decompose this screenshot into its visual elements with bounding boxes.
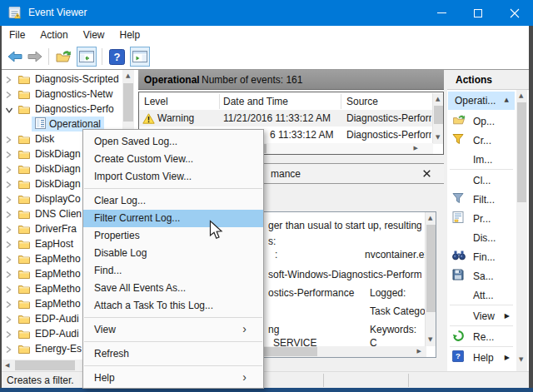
scroll-up-icon[interactable]: ▲: [436, 97, 440, 102]
action-item-dis[interactable]: Dis...: [448, 228, 515, 247]
chevron-collapsed-icon[interactable]: [5, 75, 12, 87]
chevron-collapsed-icon[interactable]: [5, 180, 12, 191]
collapse-section-icon[interactable]: ▲: [505, 97, 509, 103]
action-item-im[interactable]: Im...: [448, 150, 515, 169]
chevron-expanded-icon[interactable]: [5, 105, 13, 117]
column-header-date-and-time[interactable]: Date and Time: [223, 96, 288, 107]
event-source: Diagnostics-Perform: [346, 129, 431, 141]
chevron-collapsed-icon[interactable]: [5, 270, 12, 281]
chevron-collapsed-icon[interactable]: [5, 285, 12, 296]
scroll-thumb[interactable]: [15, 360, 75, 370]
tree-item-diagnostics-netw[interactable]: Diagnostics-Netw: [2, 87, 122, 102]
action-item-help[interactable]: ?Help▶: [448, 348, 515, 367]
event-list-vertical-scrollbar[interactable]: ▲ ▼: [432, 93, 443, 144]
scroll-left-icon[interactable]: ◀: [5, 363, 9, 369]
folder-icon: [18, 149, 30, 161]
action-item-re[interactable]: Re...: [448, 327, 515, 346]
chevron-collapsed-icon[interactable]: [5, 90, 12, 102]
menubar-item-file[interactable]: File: [2, 26, 32, 43]
tree-item-label: Diagnostics-Netw: [35, 88, 112, 100]
preview-vertical-scrollbar[interactable]: ▲ ▼: [425, 212, 436, 346]
submenu-arrow-icon: ›: [242, 322, 247, 335]
tree-item-diagnostics-perfo[interactable]: Diagnostics-Perfo: [2, 102, 122, 117]
chevron-collapsed-icon[interactable]: [5, 225, 12, 236]
menubar-item-action[interactable]: Action: [32, 26, 75, 43]
chevron-collapsed-icon[interactable]: [5, 315, 12, 326]
menu-item-view[interactable]: View›: [83, 321, 263, 339]
chevron-collapsed-icon[interactable]: [5, 150, 12, 161]
chevron-collapsed-icon[interactable]: [5, 135, 12, 146]
menu-item-help[interactable]: Help›: [83, 370, 263, 387]
menu-item-create-custom-view[interactable]: Create Custom View...: [83, 151, 263, 168]
minimize-button[interactable]: [423, 0, 460, 26]
menu-item-attach-a-task-to-this-log[interactable]: Attach a Task To this Log...: [83, 297, 263, 315]
menubar-item-view[interactable]: View: [76, 26, 112, 43]
chevron-collapsed-icon[interactable]: [5, 300, 12, 311]
scroll-down-icon[interactable]: ▼: [519, 357, 523, 363]
column-header-source[interactable]: Source: [346, 96, 378, 107]
chevron-collapsed-icon[interactable]: [5, 345, 12, 356]
menu-item-save-all-events-as[interactable]: Save All Events As...: [83, 280, 263, 297]
action-item-sa[interactable]: Sa...: [448, 266, 515, 285]
maximize-icon: [474, 9, 482, 17]
action-item-view[interactable]: View▶: [448, 306, 515, 325]
open-saved-log-button[interactable]: [53, 47, 73, 67]
scroll-thumb[interactable]: [434, 106, 443, 124]
scroll-thumb[interactable]: [123, 83, 133, 122]
menu-item-disable-log[interactable]: Disable Log: [83, 245, 263, 262]
action-item-label: Re...: [473, 331, 494, 343]
menu-item-filter-current-log[interactable]: Filter Current Log...: [83, 210, 263, 227]
menubar-item-help[interactable]: Help: [112, 26, 148, 43]
action-item-att[interactable]: Att...: [448, 285, 515, 305]
chevron-collapsed-icon[interactable]: [5, 165, 12, 176]
chevron-collapsed-icon[interactable]: [5, 330, 12, 341]
action-item-label: Cr...: [473, 135, 491, 146]
menu-item-refresh[interactable]: Refresh: [83, 345, 263, 363]
chevron-collapsed-icon[interactable]: [5, 195, 12, 206]
scroll-thumb[interactable]: [517, 102, 526, 202]
action-item-cl[interactable]: Cl...: [448, 171, 515, 190]
column-separator: [341, 94, 341, 109]
chevron-collapsed-icon[interactable]: [5, 240, 12, 251]
scroll-up-icon[interactable]: ▲: [126, 73, 130, 79]
scroll-right-icon[interactable]: ▶: [417, 349, 421, 355]
show-console-tree-toggle[interactable]: [77, 47, 97, 67]
actions-separator: [450, 325, 513, 326]
menu-item-properties[interactable]: Properties: [83, 227, 263, 245]
actions-section-header[interactable]: Operati... ▲: [448, 92, 515, 110]
window-title: Event Viewer: [28, 7, 87, 18]
show-action-pane-toggle[interactable]: [130, 47, 150, 67]
chevron-collapsed-icon[interactable]: [5, 255, 12, 266]
help-button[interactable]: ?: [107, 47, 127, 67]
scroll-right-icon[interactable]: ▶: [414, 146, 418, 151]
menu-item-open-saved-log[interactable]: Open Saved Log...: [83, 133, 263, 151]
folder-icon: [18, 329, 30, 341]
chevron-collapsed-icon[interactable]: [5, 210, 12, 221]
tree-item-diagnosis-scripted[interactable]: Diagnosis-Scripted: [2, 72, 122, 87]
back-button[interactable]: [5, 47, 25, 67]
action-item-filt[interactable]: Filt...: [448, 190, 515, 209]
preview-text-fragment: :: [275, 249, 277, 261]
action-item-fin[interactable]: Fin...: [448, 247, 515, 266]
actions-title: Actions: [456, 74, 492, 86]
menu-item-label: Filter Current Log...: [94, 212, 180, 224]
action-item-op[interactable]: Op...: [448, 112, 515, 131]
close-button[interactable]: [496, 0, 533, 26]
event-row-selected[interactable]: Warning 11/21/2016 11:33:12 AM Diagnosti…: [139, 110, 433, 127]
scroll-up-icon[interactable]: ▲: [428, 216, 432, 221]
scroll-down-icon[interactable]: ▼: [428, 337, 432, 343]
scroll-down-icon[interactable]: ▼: [436, 135, 440, 141]
close-preview-button[interactable]: [417, 168, 436, 180]
menu-item-import-custom-view[interactable]: Import Custom View...: [83, 168, 263, 186]
menu-item-clear-log[interactable]: Clear Log...: [83, 192, 263, 210]
maximize-button[interactable]: [460, 0, 496, 26]
scroll-up-icon[interactable]: ▲: [519, 93, 523, 99]
column-header-level[interactable]: Level: [144, 96, 168, 107]
scroll-thumb[interactable]: [426, 225, 436, 312]
actions-vertical-scrollbar[interactable]: ▲ ▼: [516, 90, 527, 371]
forward-button[interactable]: [25, 47, 45, 67]
action-item-pr[interactable]: Pr...: [448, 209, 515, 228]
menu-item-find[interactable]: Find...: [83, 262, 263, 280]
folder-icon: [18, 344, 30, 356]
action-item-cr[interactable]: Cr...: [448, 131, 515, 150]
